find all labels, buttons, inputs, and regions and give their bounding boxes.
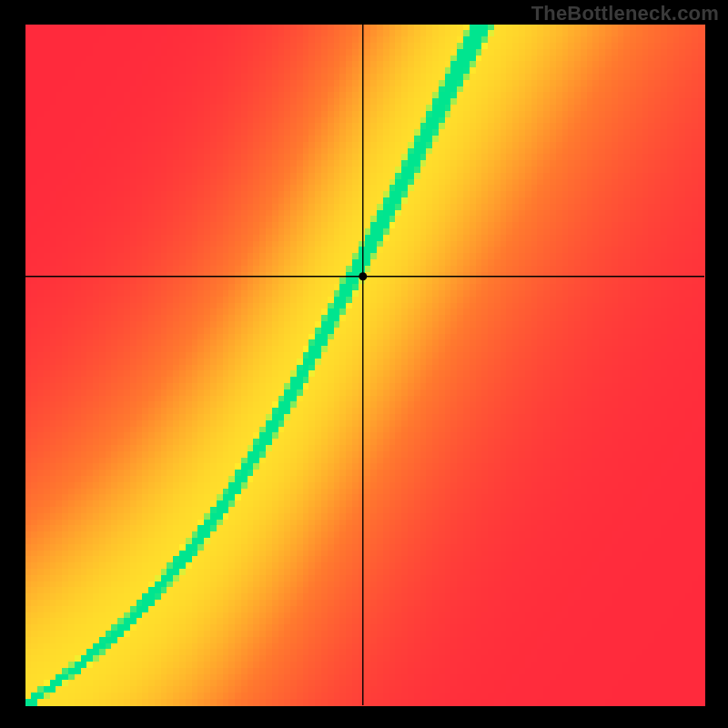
chart-container: TheBottleneck.com: [0, 0, 728, 728]
watermark-text: TheBottleneck.com: [531, 2, 719, 25]
heatmap-canvas: [0, 0, 728, 728]
